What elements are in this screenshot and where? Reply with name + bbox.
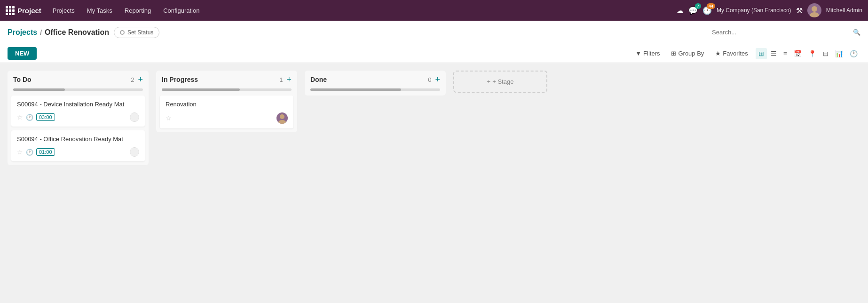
tools-icon[interactable]: ⚒ (796, 6, 803, 15)
grid-icon[interactable] (6, 6, 15, 15)
card-assign-circle[interactable] (130, 147, 139, 157)
add-stage-label: + Stage (492, 78, 513, 85)
column-add-button[interactable]: + (286, 75, 292, 84)
breadcrumb-separator: / (40, 29, 42, 36)
new-button[interactable]: NEW (8, 47, 37, 60)
clock-icon-btn[interactable]: 🕐 44 (702, 6, 712, 15)
column-progress-fill (13, 88, 65, 91)
column-progress-fill (310, 88, 401, 91)
star-icon: ★ (715, 50, 721, 57)
set-status-button[interactable]: Set Status (114, 27, 159, 38)
column-title: In Progress (162, 76, 274, 83)
column-header: Done 0 + (305, 71, 446, 88)
filter-icon: ▼ (635, 50, 641, 57)
topnav-right: ☁ 💬 7 🕐 44 My Company (San Francisco) ⚒ … (676, 3, 862, 17)
column-progress-bar (162, 88, 292, 91)
view-activity[interactable]: 🕐 (847, 48, 860, 59)
nav-configuration[interactable]: Configuration (158, 7, 204, 14)
search-icon[interactable]: 🔍 (853, 29, 860, 36)
column-add-button[interactable]: + (435, 75, 440, 84)
nav-my-tasks[interactable]: My Tasks (82, 7, 117, 14)
column-title: Done (310, 76, 422, 83)
company-name[interactable]: My Company (San Francisco) (717, 7, 791, 14)
chat-icon-btn[interactable]: 💬 7 (688, 6, 698, 15)
group-by-action[interactable]: ⊞ Group By (667, 48, 708, 59)
timer-icon[interactable]: 🕐 (26, 149, 33, 156)
app-title: Project (17, 7, 41, 15)
star-icon[interactable]: ☆ (166, 114, 172, 122)
top-navigation: Project Projects My Tasks Reporting Conf… (0, 0, 868, 21)
card-title: S00094 - Device Installation Ready Mat (17, 100, 139, 109)
view-map[interactable]: 📍 (805, 48, 819, 59)
search-input[interactable] (712, 29, 853, 36)
filters-action[interactable]: ▼ Filters (631, 48, 663, 59)
breadcrumb-current: Office Renovation (45, 28, 109, 37)
set-status-label: Set Status (127, 29, 153, 36)
card-assign (130, 147, 139, 157)
view-chart[interactable]: 📊 (832, 48, 846, 59)
column-progress-fill (162, 88, 240, 91)
status-circle-icon (120, 30, 125, 35)
column-title: To Do (13, 76, 125, 83)
search-area: 🔍 (712, 29, 860, 36)
star-icon[interactable]: ☆ (17, 148, 23, 156)
column-header: In Progress 1 + (156, 71, 297, 88)
user-name[interactable]: Mitchell Admin (826, 7, 862, 14)
view-list2[interactable]: ≡ (781, 48, 790, 59)
column-todo: To Do 2 + S00094 - Device Installation R… (8, 71, 149, 165)
add-stage-icon: + (487, 78, 491, 85)
column-progress-bar (310, 88, 440, 91)
column-count: 2 (131, 76, 134, 83)
card-time-badge: 01:00 (36, 148, 55, 156)
card-avatar (276, 112, 288, 124)
add-stage-column: + + Stage (453, 71, 547, 93)
kanban-board: To Do 2 + S00094 - Device Installation R… (0, 63, 868, 173)
column-progress-bar (13, 88, 143, 91)
svg-point-3 (278, 120, 286, 124)
chat-badge: 7 (695, 3, 701, 9)
card-footer: ☆ (166, 112, 288, 124)
svg-point-1 (810, 12, 819, 17)
breadcrumb: Projects / Office Renovation (8, 28, 109, 37)
nav-reporting[interactable]: Reporting (120, 7, 156, 14)
add-stage-button[interactable]: + + Stage (453, 71, 547, 93)
kanban-card[interactable]: S00094 - Device Installation Ready Mat ☆… (11, 96, 145, 127)
kanban-card[interactable]: Renovation ☆ (160, 96, 293, 128)
card-footer: ☆ 🕐 03:00 (17, 112, 139, 122)
page-header: Projects / Office Renovation Set Status … (0, 21, 868, 44)
app-logo[interactable]: Project (6, 6, 41, 15)
kanban-card[interactable]: S00094 - Office Renovation Ready Mat ☆ 🕐… (11, 130, 145, 161)
card-footer: ☆ 🕐 01:00 (17, 147, 139, 157)
avatar[interactable] (807, 3, 821, 17)
view-list[interactable]: ☰ (768, 48, 780, 59)
column-add-button[interactable]: + (138, 75, 143, 84)
card-title: Renovation (166, 100, 288, 109)
group-by-label: Group By (678, 50, 704, 57)
card-title: S00094 - Office Renovation Ready Mat (17, 135, 139, 144)
group-by-icon: ⊞ (671, 50, 676, 57)
column-header: To Do 2 + (8, 71, 149, 88)
card-assign-circle[interactable] (130, 112, 139, 122)
favorites-action[interactable]: ★ Favorites (711, 48, 751, 59)
star-icon[interactable]: ☆ (17, 113, 23, 121)
toolbar: NEW ▼ Filters ⊞ Group By ★ Favorites ⊞ ☰… (0, 44, 868, 63)
breadcrumb-parent[interactable]: Projects (8, 28, 37, 37)
card-time-badge: 03:00 (36, 113, 55, 121)
view-calendar[interactable]: 📅 (791, 48, 805, 59)
timer-icon[interactable]: 🕐 (26, 114, 33, 121)
svg-point-0 (812, 6, 817, 12)
clock-badge: 44 (707, 3, 715, 9)
favorites-label: Favorites (723, 50, 748, 57)
cloud-icon-btn[interactable]: ☁ (676, 6, 684, 15)
card-assign (130, 112, 139, 122)
column-count: 1 (279, 76, 283, 83)
view-kanban[interactable]: ⊞ (756, 48, 767, 59)
column-count: 0 (428, 76, 431, 83)
view-grid[interactable]: ⊟ (820, 48, 831, 59)
filters-label: Filters (643, 50, 660, 57)
column-inprogress: In Progress 1 + Renovation ☆ (156, 71, 297, 132)
view-icons: ⊞ ☰ ≡ 📅 📍 ⊟ 📊 🕐 (756, 48, 860, 59)
nav-projects[interactable]: Projects (48, 7, 79, 14)
card-assign (276, 112, 288, 124)
column-done: Done 0 + (305, 71, 446, 96)
